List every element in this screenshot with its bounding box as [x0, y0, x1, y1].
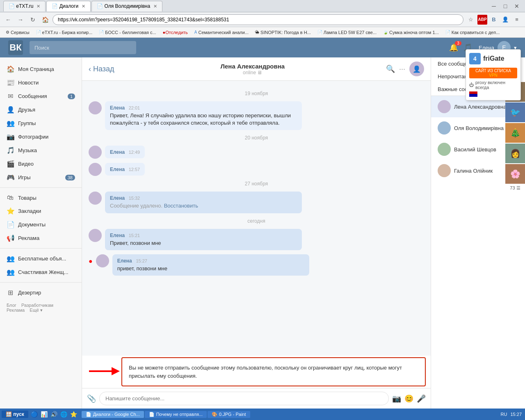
sidebar-label-free-ads: Бесплатные объя...	[18, 256, 66, 262]
news-icon: 📰	[7, 79, 14, 87]
taskbar: 🪟 пуск 🔵 📊 🔊 🌐 ⭐ 📄 Диалоги - Google Ch..…	[0, 409, 525, 420]
conv-name-lena: Лена Александровна	[454, 104, 506, 110]
conv-avatar-lena	[438, 100, 451, 113]
thumb-5[interactable]: 🌸	[505, 164, 525, 184]
sidebar-item-documents[interactable]: 📄 Документы	[0, 218, 82, 231]
taskbar-app-label2: Почему не отправля...	[156, 412, 203, 417]
emoji-icon[interactable]: 😊	[404, 394, 413, 403]
sidebar-item-dezertir[interactable]: ⊞ Дезертир	[0, 286, 82, 299]
refresh-button[interactable]: ↻	[28, 15, 38, 25]
red-arrow-icon	[87, 363, 120, 379]
groups-icon: 👥	[7, 119, 14, 127]
sidebar-item-music[interactable]: 🎵 Музыка	[0, 144, 82, 157]
messages-area[interactable]: 19 ноября Елена 22:01 Привет, Лена! Я сл…	[82, 81, 431, 356]
sidebar-item-free-ads[interactable]: 👥 Бесплатные объя...	[0, 252, 82, 265]
sidebar-label-documents: Документы	[18, 221, 46, 228]
vk-logo[interactable]: ВК	[8, 40, 23, 55]
chat-back-button[interactable]: ‹ Назад	[89, 65, 114, 73]
user-icon[interactable]: 👤	[500, 15, 510, 25]
taskbar-icon-2[interactable]: 📊	[40, 410, 49, 419]
minimize-button[interactable]: ─	[489, 1, 499, 11]
conv-name-vasily: Василий Шевцов	[454, 146, 496, 153]
bookmark-boss[interactable]: 📄БОСС - биллинговая с...	[96, 29, 158, 36]
sidebar-item-games[interactable]: 🎮 Игры 38	[0, 171, 82, 184]
mic-icon[interactable]: 🎤	[417, 394, 426, 403]
thumb-4[interactable]: 👩	[505, 144, 525, 163]
bookmark-etxt[interactable]: 📄eTXT.ru - Биржа копир...	[34, 29, 95, 36]
bookmark-services[interactable]: ⚙Сервисы	[3, 29, 32, 36]
bookmark-lamp[interactable]: 📄Лампа LED 5W E27 све...	[315, 29, 379, 36]
start-button[interactable]: 🪟 пуск	[2, 411, 28, 418]
msg-bubble: Елена 22:01 Привет, Лена! Я случайно уда…	[105, 101, 302, 130]
sidebar-divider1	[0, 187, 82, 188]
footer-link-more[interactable]: Ещё ▾	[30, 308, 43, 313]
sidebar-item-bookmarks[interactable]: ⭐ Закладки	[0, 204, 82, 218]
address-bar[interactable]	[52, 14, 463, 25]
sidebar-item-friends[interactable]: 👤 Друзья	[0, 103, 82, 116]
bookmark-bag[interactable]: 🍃Сумка жіноча оптом 1...	[381, 29, 441, 36]
sidebar-label-messages: Сообщения	[18, 93, 47, 99]
taskbar-app-paint[interactable]: 🎨 0.JPG - Paint	[208, 411, 250, 418]
forward-button[interactable]: →	[16, 15, 25, 25]
sidebar-item-video[interactable]: 🎬 Видео	[0, 157, 82, 171]
documents-icon: 📄	[7, 221, 14, 228]
taskbar-icon-1[interactable]: 🔵	[30, 410, 39, 419]
sidebar-item-news[interactable]: 📰 Новости	[0, 76, 82, 89]
sidebar-item-my-page[interactable]: 🏠 Моя Страница	[0, 62, 82, 76]
camera-icon[interactable]: 📷	[392, 394, 401, 403]
vk-icon[interactable]: В	[489, 15, 499, 25]
taskbar-app-dialogi[interactable]: 📄 Диалоги - Google Ch...	[82, 411, 144, 418]
restore-link[interactable]: Восстановить	[164, 203, 198, 209]
taskbar-icon-5[interactable]: ⭐	[69, 410, 78, 419]
conv-name-galyna: Галина Олійник	[454, 168, 493, 174]
tab-etxt[interactable]: 📄 eTXT.ru ✕	[3, 1, 46, 11]
sidebar-item-photos[interactable]: 📷 Фотографии	[0, 130, 82, 144]
footer-link-blog[interactable]: Блог	[7, 303, 16, 308]
maximize-button[interactable]: □	[500, 1, 510, 11]
footer-link-dev[interactable]: Разработчикам	[21, 303, 53, 308]
sidebar-item-ads[interactable]: 📢 Реклама	[0, 231, 82, 245]
conv-avatar-olya	[438, 121, 451, 135]
tab-close-etxt[interactable]: ✕	[37, 4, 40, 9]
bookmark-track[interactable]: ● Отследить	[160, 29, 190, 36]
bookmark-sinoptik[interactable]: 🌦SINOPTIK: Погода в Н...	[253, 29, 313, 36]
home-button[interactable]: 🏠	[40, 15, 50, 25]
taskbar-app-why[interactable]: 📄 Почему не отправля...	[145, 411, 207, 418]
chat-search-icon[interactable]: 🔍	[386, 64, 395, 73]
bookmark-star[interactable]: ☆	[466, 15, 476, 25]
frigate-flag-icon	[469, 91, 477, 97]
vk-search-input[interactable]	[30, 41, 136, 54]
chat-header: ‹ Назад Лена Александровна online 🖥 🔍 ··…	[82, 57, 431, 81]
back-button[interactable]: ←	[3, 15, 13, 25]
sidebar-item-goods[interactable]: 🛍 Товары	[0, 191, 82, 204]
msg-time: 12:57	[129, 167, 140, 172]
chat-more-icon[interactable]: ···	[399, 65, 405, 73]
tab-dialogi[interactable]: 📄 Диалоги ✕	[46, 1, 91, 11]
close-button[interactable]: ✕	[512, 1, 522, 11]
thumb-3[interactable]: 🎄	[505, 123, 525, 143]
thumb-2[interactable]: 🐦	[505, 103, 525, 122]
tab-olya[interactable]: 📄 Оля Володимирівна ✕	[91, 1, 162, 11]
abp-icon[interactable]: ABP	[477, 15, 487, 25]
games-icon: 🎮	[7, 173, 14, 181]
sidebar-item-groups[interactable]: 👥 Группы	[0, 116, 82, 130]
sidebar-item-lucky-woman[interactable]: 👥 Счастливая Женщ...	[0, 265, 82, 279]
frigate-widget: 4 friGate САЙТ ИЗ СПИСКА VPN ⏻ proxy вкл…	[466, 49, 521, 100]
tab-close-olya[interactable]: ✕	[153, 4, 157, 9]
taskbar-icon-4[interactable]: 🌐	[59, 410, 68, 419]
tab-close-dialogi[interactable]: ✕	[82, 4, 85, 9]
message-input[interactable]	[99, 392, 389, 405]
vk-header: ВК 🔔 3 🎵 Елена Е ▾	[0, 38, 525, 57]
taskbar-icon-3[interactable]: 🔊	[50, 410, 59, 419]
menu-icon[interactable]: ≡	[512, 15, 522, 25]
notifications-icon[interactable]: 🔔 3	[449, 43, 458, 52]
msg-time: 22:01	[129, 105, 140, 110]
start-icon: 🪟	[6, 411, 12, 417]
bookmark-dep[interactable]: 📄Как справиться с деп...	[443, 29, 502, 36]
bookmark-semantic[interactable]: A Семантический анали...	[192, 29, 251, 36]
attach-icon[interactable]: 📎	[87, 394, 96, 403]
footer-link-ads[interactable]: Реклама	[7, 308, 25, 313]
ads-icon: 📢	[7, 234, 14, 242]
date-divider-20nov: 20 ноября	[89, 135, 424, 141]
sidebar-item-messages[interactable]: ✉ Сообщения 1	[0, 89, 82, 103]
